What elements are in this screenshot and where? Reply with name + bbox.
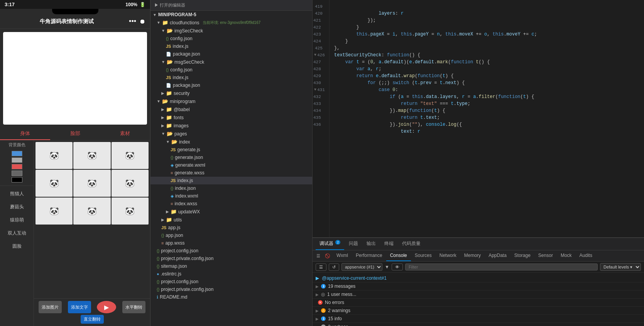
context-selector[interactable]: appservice (#1) xyxy=(341,263,382,271)
miniprogram-folder[interactable]: ▼ 📂 miniprogram xyxy=(150,97,312,105)
index-json[interactable]: {} index.json xyxy=(150,184,312,192)
img-config-json[interactable]: {} config.json xyxy=(150,35,312,42)
tab-code-quality[interactable]: 代码质量 xyxy=(398,238,424,250)
sidebar-dual[interactable]: 双人互动 xyxy=(0,227,34,240)
wxml-icon-gen: ◈ xyxy=(171,163,174,168)
index-js[interactable]: JS index.js xyxy=(150,177,312,184)
readme-md[interactable]: ℹ README.md xyxy=(150,293,312,301)
utils-folder[interactable]: ▶ 📁 utils xyxy=(150,216,312,224)
grid-item-3[interactable]: 🐼 xyxy=(112,142,149,169)
images-folder[interactable]: ▶ 📁 images xyxy=(150,122,312,130)
swatch-black[interactable] xyxy=(12,177,22,182)
console-tab-sources[interactable]: Sources xyxy=(411,250,436,261)
console-tab-audits[interactable]: Audits xyxy=(576,250,596,261)
generate-js[interactable]: JS generate.js xyxy=(150,146,312,154)
tab-output[interactable]: 输出 xyxy=(363,238,380,250)
console-tab-mock[interactable]: Mock xyxy=(557,250,576,261)
swatch-red[interactable] xyxy=(12,164,22,169)
sitemap-json[interactable]: {} sitemap.json xyxy=(150,262,312,270)
security-folder[interactable]: ▶ 📁 security xyxy=(150,89,312,97)
console-link[interactable]: @appservice-current-context#1 xyxy=(322,275,387,281)
sidebar-monkey[interactable]: 猿琼萌 xyxy=(0,214,34,226)
eslint-rc[interactable]: ● .eslintrc.js xyxy=(150,270,312,278)
tab-debugger[interactable]: 调试器 2 xyxy=(316,238,344,250)
clear-console-btn[interactable]: 🚫 xyxy=(323,252,333,260)
updateWX-folder[interactable]: ▶ 📁 updateWX xyxy=(150,208,312,216)
tab-issues[interactable]: 问题 xyxy=(345,238,362,250)
flip-horizontal-btn[interactable]: 水平翻转 xyxy=(122,301,145,313)
outer-private-config[interactable]: {} project.private.config.json xyxy=(150,285,312,293)
swatch-blue[interactable] xyxy=(12,151,22,156)
dt-sidebar-btn[interactable]: ☰ xyxy=(316,264,326,271)
sidebar-toggle-btn[interactable]: ☰ xyxy=(314,252,323,260)
devtools-log: ▶ @appservice-current-context#1 ▶ ℹ 19 m… xyxy=(313,273,644,326)
log-user-mess[interactable]: ▶ ◎ 1 user mess... xyxy=(313,291,644,299)
img-package-json[interactable]: 📄 package.json xyxy=(150,50,312,58)
grid-item-5[interactable]: 🐼 xyxy=(73,170,110,197)
sidebar-pandaman[interactable]: 熊猫人 xyxy=(0,187,34,200)
console-tab-console[interactable]: Console xyxy=(386,250,411,261)
swatch-gray[interactable] xyxy=(12,157,22,163)
swatch-darkgray[interactable] xyxy=(12,171,22,176)
msgSecCheck-folder[interactable]: ▼ 📂 msgSecCheck xyxy=(150,58,312,66)
log-no-errors[interactable]: ✕ No errors xyxy=(313,299,644,307)
grid-item-2[interactable]: 🐼 xyxy=(73,142,110,169)
app-wxss[interactable]: ≡ app.wxss xyxy=(150,239,312,247)
console-tab-performance[interactable]: Performance xyxy=(352,250,386,261)
tab-face[interactable]: 脸部 xyxy=(50,128,100,140)
tab-body[interactable]: 身体 xyxy=(0,128,50,140)
log-warnings[interactable]: ▶ ⚠ 2 warnings xyxy=(313,307,644,315)
index-wxss[interactable]: ≡ index.wxss xyxy=(150,200,312,208)
cloudfunctions-folder[interactable]: ▼ 📁 cloudfunctions 当前环境: env-3gnovo9mf0f… xyxy=(150,19,312,27)
index-wxml[interactable]: ◈ index.wxml xyxy=(150,192,312,200)
filter-input[interactable] xyxy=(405,264,598,270)
msg-index-js[interactable]: JS index.js xyxy=(150,74,312,81)
app-json[interactable]: {} app.json xyxy=(150,231,312,239)
fonts-folder[interactable]: ▶ 📁 fonts xyxy=(150,113,312,122)
grid-item-7[interactable]: 🐼 xyxy=(35,198,73,225)
grid-item-8[interactable]: 🐼 xyxy=(73,198,110,225)
log-verbose[interactable]: ▶ • 2 verbose xyxy=(313,323,644,326)
grid-item-9[interactable]: 🐼 xyxy=(112,198,149,225)
flip-vertical-btn[interactable]: 直立翻转 xyxy=(81,315,104,324)
console-tab-sensor[interactable]: Sensor xyxy=(534,250,557,261)
levels-select[interactable]: Default levels ▾ xyxy=(600,263,641,271)
tab-material[interactable]: 素材 xyxy=(100,128,150,140)
log-19-messages[interactable]: ▶ ℹ 19 messages xyxy=(313,282,644,291)
app-js[interactable]: JS app.js xyxy=(150,224,312,231)
dt-refresh-btn[interactable]: ↺ xyxy=(329,264,339,271)
root-item[interactable]: ▼ MINIPROGRAM-5 xyxy=(150,11,312,19)
img-index-js[interactable]: JS index.js xyxy=(150,42,312,50)
project-config-json[interactable]: {} project.config.json xyxy=(150,247,312,255)
grid-item-6[interactable]: 🐼 xyxy=(112,170,149,197)
msg-package-json[interactable]: 📄 package.json xyxy=(150,81,312,89)
pages-folder[interactable]: ▼ 📂 pages xyxy=(150,130,312,138)
console-tab-appdata[interactable]: AppData xyxy=(485,250,510,261)
generate-json[interactable]: {} generate.json xyxy=(150,154,312,161)
imgSecCheck-folder[interactable]: ▼ 📂 imgSecCheck xyxy=(150,27,312,35)
record-icon[interactable]: ⏺ xyxy=(139,18,145,25)
open-editors-header[interactable]: ▶ 打开的编辑器 xyxy=(150,0,312,11)
sidebar-mushroom[interactable]: 蘑菇头 xyxy=(0,201,34,213)
tab-terminal[interactable]: 终端 xyxy=(380,238,397,250)
babel-folder[interactable]: ▶ 📁 @babel xyxy=(150,105,312,113)
add-image-btn[interactable]: 添加图片 xyxy=(39,301,62,313)
next-arrow-btn[interactable]: ▶ xyxy=(97,301,116,313)
console-tab-wxml[interactable]: Wxml xyxy=(333,250,352,261)
sidebar-round-face[interactable]: 圆脸 xyxy=(0,240,34,253)
console-tab-memory[interactable]: Memory xyxy=(460,250,485,261)
log-info[interactable]: ▶ ℹ 15 info xyxy=(313,315,644,323)
outer-project-config[interactable]: {} project.config.json xyxy=(150,278,312,285)
generate-wxml[interactable]: ◈ generate.wxml xyxy=(150,161,312,169)
grid-item-1[interactable]: 🐼 xyxy=(35,142,73,169)
generate-wxss[interactable]: ≡ generate.wxss xyxy=(150,169,312,177)
index-folder[interactable]: ▼ 📂 index xyxy=(150,138,312,146)
grid-item-4[interactable]: 🐼 xyxy=(35,170,73,197)
msg-config-json[interactable]: {} config.json xyxy=(150,66,312,74)
console-tab-network[interactable]: Network xyxy=(436,250,460,261)
console-tab-storage[interactable]: Storage xyxy=(510,250,534,261)
project-private-config-json[interactable]: {} project.private.config.json xyxy=(150,255,312,262)
eye-btn[interactable]: 👁 xyxy=(392,264,403,270)
more-icon[interactable]: ••• xyxy=(129,17,136,25)
add-text-btn[interactable]: 添加文字 xyxy=(68,301,91,313)
